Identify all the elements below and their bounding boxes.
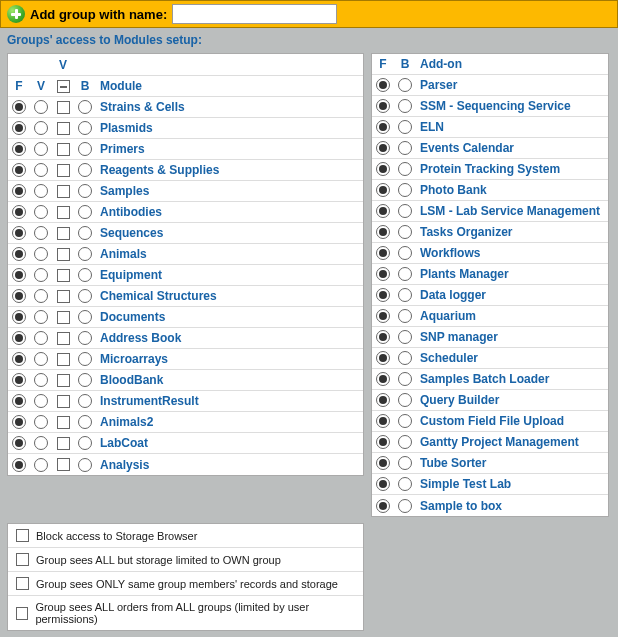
module-view-checkbox[interactable] bbox=[57, 185, 70, 198]
add-icon[interactable] bbox=[7, 5, 25, 23]
module-block-radio[interactable] bbox=[78, 226, 92, 240]
module-full-radio[interactable] bbox=[12, 458, 26, 472]
addon-link[interactable]: SNP manager bbox=[420, 330, 498, 344]
addon-link[interactable]: Query Builder bbox=[420, 393, 499, 407]
addon-full-radio[interactable] bbox=[376, 393, 390, 407]
addon-link[interactable]: Scheduler bbox=[420, 351, 478, 365]
addon-full-radio[interactable] bbox=[376, 351, 390, 365]
module-view-checkbox[interactable] bbox=[57, 437, 70, 450]
module-link[interactable]: Antibodies bbox=[100, 205, 162, 219]
addon-link[interactable]: Custom Field File Upload bbox=[420, 414, 564, 428]
module-view-radio[interactable] bbox=[34, 268, 48, 282]
addon-link[interactable]: Data logger bbox=[420, 288, 486, 302]
addon-link[interactable]: Photo Bank bbox=[420, 183, 487, 197]
module-link[interactable]: Reagents & Supplies bbox=[100, 163, 219, 177]
module-full-radio[interactable] bbox=[12, 205, 26, 219]
module-full-radio[interactable] bbox=[12, 373, 26, 387]
module-view-radio[interactable] bbox=[34, 373, 48, 387]
header-f[interactable]: F bbox=[15, 79, 22, 93]
addon-full-radio[interactable] bbox=[376, 309, 390, 323]
addon-block-radio[interactable] bbox=[398, 456, 412, 470]
module-link[interactable]: Sequences bbox=[100, 226, 163, 240]
module-view-checkbox[interactable] bbox=[57, 164, 70, 177]
module-full-radio[interactable] bbox=[12, 226, 26, 240]
addon-link[interactable]: Protein Tracking System bbox=[420, 162, 560, 176]
addon-full-radio[interactable] bbox=[376, 120, 390, 134]
addon-link[interactable]: Events Calendar bbox=[420, 141, 514, 155]
module-view-checkbox[interactable] bbox=[57, 458, 70, 471]
option-checkbox[interactable] bbox=[16, 553, 29, 566]
module-link[interactable]: LabCoat bbox=[100, 436, 148, 450]
module-link[interactable]: Address Book bbox=[100, 331, 181, 345]
header-v-checkbox[interactable] bbox=[57, 80, 70, 93]
header-v[interactable]: V bbox=[37, 79, 45, 93]
addon-full-radio[interactable] bbox=[376, 456, 390, 470]
addon-block-radio[interactable] bbox=[398, 499, 412, 513]
module-link[interactable]: Plasmids bbox=[100, 121, 153, 135]
module-view-checkbox[interactable] bbox=[57, 122, 70, 135]
module-link[interactable]: Microarrays bbox=[100, 352, 168, 366]
addon-full-radio[interactable] bbox=[376, 267, 390, 281]
module-view-radio[interactable] bbox=[34, 331, 48, 345]
module-view-checkbox[interactable] bbox=[57, 290, 70, 303]
module-full-radio[interactable] bbox=[12, 121, 26, 135]
module-view-checkbox[interactable] bbox=[57, 395, 70, 408]
addon-block-radio[interactable] bbox=[398, 99, 412, 113]
addon-link[interactable]: Gantty Project Management bbox=[420, 435, 579, 449]
module-full-radio[interactable] bbox=[12, 247, 26, 261]
module-link[interactable]: InstrumentResult bbox=[100, 394, 199, 408]
module-view-radio[interactable] bbox=[34, 289, 48, 303]
module-full-radio[interactable] bbox=[12, 100, 26, 114]
module-block-radio[interactable] bbox=[78, 373, 92, 387]
module-block-radio[interactable] bbox=[78, 331, 92, 345]
module-full-radio[interactable] bbox=[12, 415, 26, 429]
module-view-checkbox[interactable] bbox=[57, 416, 70, 429]
addon-block-radio[interactable] bbox=[398, 372, 412, 386]
module-view-checkbox[interactable] bbox=[57, 227, 70, 240]
addon-full-radio[interactable] bbox=[376, 330, 390, 344]
module-block-radio[interactable] bbox=[78, 247, 92, 261]
addon-link[interactable]: Aquarium bbox=[420, 309, 476, 323]
module-link[interactable]: Animals bbox=[100, 247, 147, 261]
module-view-radio[interactable] bbox=[34, 436, 48, 450]
addon-block-radio[interactable] bbox=[398, 288, 412, 302]
module-block-radio[interactable] bbox=[78, 184, 92, 198]
module-full-radio[interactable] bbox=[12, 436, 26, 450]
module-link[interactable]: Equipment bbox=[100, 268, 162, 282]
addon-block-radio[interactable] bbox=[398, 225, 412, 239]
module-view-radio[interactable] bbox=[34, 226, 48, 240]
addon-link[interactable]: Tasks Organizer bbox=[420, 225, 512, 239]
module-view-radio[interactable] bbox=[34, 100, 48, 114]
addon-full-radio[interactable] bbox=[376, 99, 390, 113]
addon-link[interactable]: SSM - Sequencing Service bbox=[420, 99, 571, 113]
header-b-addon[interactable]: B bbox=[401, 57, 410, 71]
module-block-radio[interactable] bbox=[78, 352, 92, 366]
module-link[interactable]: Documents bbox=[100, 310, 165, 324]
addon-full-radio[interactable] bbox=[376, 225, 390, 239]
module-view-radio[interactable] bbox=[34, 415, 48, 429]
module-link[interactable]: Strains & Cells bbox=[100, 100, 185, 114]
addon-link[interactable]: Parser bbox=[420, 78, 457, 92]
module-block-radio[interactable] bbox=[78, 436, 92, 450]
header-b[interactable]: B bbox=[81, 79, 90, 93]
module-full-radio[interactable] bbox=[12, 394, 26, 408]
header-module[interactable]: Module bbox=[100, 79, 142, 93]
addon-full-radio[interactable] bbox=[376, 477, 390, 491]
addon-link[interactable]: Plants Manager bbox=[420, 267, 509, 281]
module-view-radio[interactable] bbox=[34, 205, 48, 219]
module-link[interactable]: Analysis bbox=[100, 458, 149, 472]
addon-block-radio[interactable] bbox=[398, 141, 412, 155]
addon-full-radio[interactable] bbox=[376, 499, 390, 513]
addon-block-radio[interactable] bbox=[398, 414, 412, 428]
addon-block-radio[interactable] bbox=[398, 477, 412, 491]
module-view-checkbox[interactable] bbox=[57, 143, 70, 156]
option-checkbox[interactable] bbox=[16, 577, 29, 590]
module-block-radio[interactable] bbox=[78, 268, 92, 282]
module-view-checkbox[interactable] bbox=[57, 353, 70, 366]
module-block-radio[interactable] bbox=[78, 205, 92, 219]
module-block-radio[interactable] bbox=[78, 394, 92, 408]
module-full-radio[interactable] bbox=[12, 142, 26, 156]
option-checkbox[interactable] bbox=[16, 607, 28, 620]
addon-full-radio[interactable] bbox=[376, 288, 390, 302]
addon-block-radio[interactable] bbox=[398, 267, 412, 281]
